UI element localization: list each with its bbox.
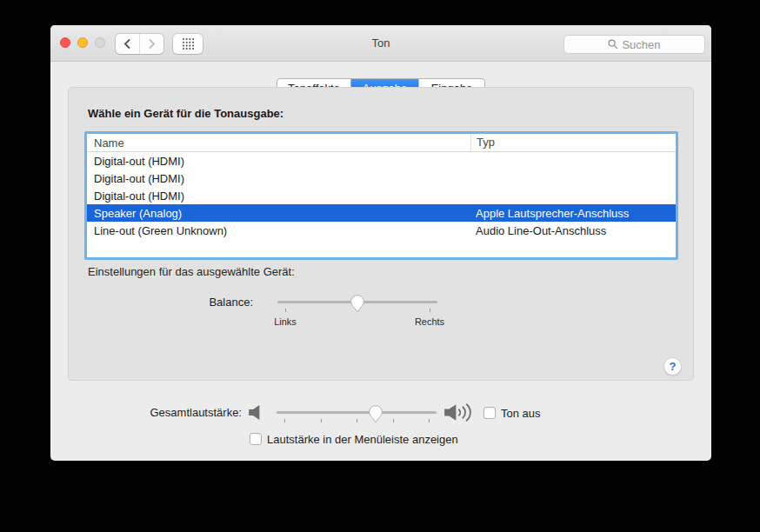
volume-tick bbox=[429, 419, 430, 422]
volume-slider[interactable] bbox=[277, 411, 437, 414]
device-name: Speaker (Analog) bbox=[87, 207, 470, 220]
speaker-low-icon bbox=[248, 405, 261, 420]
balance-tick-left bbox=[285, 309, 286, 312]
chevron-left-icon bbox=[123, 38, 131, 50]
device-table: Name Typ Digital-out (HDMI) Digital-out … bbox=[84, 131, 678, 260]
search-field[interactable]: Suchen bbox=[563, 35, 705, 54]
settings-heading: Einstellungen für das ausgewählte Gerät: bbox=[88, 265, 295, 278]
device-name: Digital-out (HDMI) bbox=[87, 190, 470, 203]
mute-label: Ton aus bbox=[501, 407, 541, 420]
column-header-typ[interactable]: Typ bbox=[470, 134, 676, 151]
device-name: Digital-out (HDMI) bbox=[87, 172, 470, 185]
table-header: Name Typ bbox=[87, 134, 676, 152]
volume-tick bbox=[284, 419, 285, 422]
device-row[interactable]: Line-out (Green Unknown) Audio Line-Out-… bbox=[87, 222, 676, 239]
device-list-heading: Wähle ein Gerät für die Tonausgabe: bbox=[88, 107, 283, 120]
search-placeholder: Suchen bbox=[622, 38, 660, 51]
close-button[interactable] bbox=[60, 37, 70, 48]
device-row[interactable]: Digital-out (HDMI) bbox=[87, 170, 676, 187]
balance-min-label: Links bbox=[259, 316, 311, 327]
balance-tick-right bbox=[430, 309, 430, 312]
device-type: Audio Line-Out-Anschluss bbox=[470, 224, 676, 237]
balance-max-label: Rechts bbox=[403, 316, 456, 327]
chevron-right-icon bbox=[148, 38, 156, 50]
menubar-volume-label: Lautstärke in der Menüleiste anzeigen bbox=[267, 433, 458, 446]
device-name: Line-out (Green Unknown) bbox=[87, 224, 470, 237]
back-button[interactable] bbox=[116, 34, 140, 54]
column-header-name[interactable]: Name bbox=[87, 136, 470, 150]
question-mark-icon: ? bbox=[670, 360, 677, 373]
grid-icon bbox=[182, 37, 195, 50]
menubar-volume-checkbox[interactable] bbox=[250, 433, 262, 445]
balance-slider[interactable] bbox=[277, 301, 437, 303]
volume-slider-thumb[interactable] bbox=[368, 404, 383, 423]
volume-tick bbox=[357, 419, 357, 422]
minimize-button[interactable] bbox=[77, 37, 88, 48]
device-type: Apple Lautsprecher-Anschluss bbox=[470, 207, 676, 220]
device-row[interactable]: Digital-out (HDMI) bbox=[87, 187, 676, 204]
slider-thumb-icon bbox=[368, 404, 383, 423]
balance-label: Balance: bbox=[69, 296, 253, 309]
show-all-button[interactable] bbox=[173, 34, 203, 54]
forward-button[interactable] bbox=[140, 34, 163, 54]
output-panel: Wähle ein Gerät für die Tonausgabe: Name… bbox=[68, 87, 694, 381]
mute-checkbox[interactable] bbox=[483, 407, 496, 419]
help-button[interactable]: ? bbox=[663, 357, 682, 376]
device-row[interactable]: Digital-out (HDMI) bbox=[87, 152, 676, 170]
title-bar: Ton bbox=[50, 25, 711, 62]
device-name: Digital-out (HDMI) bbox=[87, 155, 470, 168]
device-row-selected[interactable]: Speaker (Analog) Apple Lautsprecher-Ansc… bbox=[87, 204, 676, 222]
volume-tick bbox=[321, 419, 322, 422]
search-icon bbox=[608, 39, 618, 50]
history-nav bbox=[116, 34, 163, 54]
slider-thumb-icon bbox=[350, 294, 365, 313]
speaker-loud-icon bbox=[444, 402, 476, 422]
zoom-button-disabled bbox=[95, 37, 105, 48]
sound-preferences-window: Ton bbox=[50, 25, 711, 461]
volume-tick bbox=[393, 419, 394, 422]
balance-slider-thumb[interactable] bbox=[350, 294, 365, 313]
master-volume-label: Gesamtlautstärke: bbox=[50, 406, 242, 419]
window-controls bbox=[60, 37, 105, 48]
